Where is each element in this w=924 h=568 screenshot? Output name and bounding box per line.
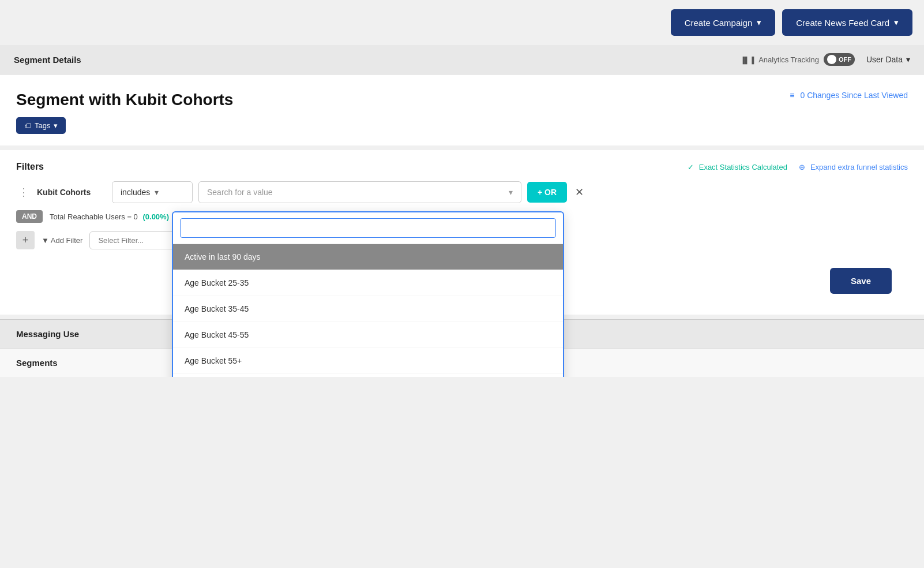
create-news-feed-card-chevron-icon: ▾ [894,17,899,28]
filters-header: Filters Exact Statistics Calculated Expa… [16,162,908,172]
segment-header-bar: Segment Details Analytics Tracking OFF U… [0,45,924,74]
main-content: 0 Changes Since Last Viewed Segment with… [0,74,924,145]
or-button[interactable]: + OR [527,182,567,203]
dropdown-item[interactable]: Age Bucket 55+ [173,348,563,374]
reachable-count-label: Total Reachable Users = 0 [50,212,138,221]
dropdown-search-area [173,212,563,244]
tags-label: Tags [35,121,50,130]
analytics-label: Analytics Tracking [758,55,819,64]
header-right: Analytics Tracking OFF User Data ▾ [741,53,910,66]
value-dropdown: Active in last 90 daysAge Bucket 25-35Ag… [172,211,564,377]
analytics-icon [741,54,754,65]
filters-section: Filters Exact Statistics Calculated Expa… [0,145,924,315]
expand-funnel[interactable]: Expand extra funnel statistics [799,163,908,171]
dropdown-search-input[interactable] [180,218,556,238]
dropdown-list: Active in last 90 daysAge Bucket 25-35Ag… [173,244,563,377]
user-data-chevron-icon: ▾ [906,55,910,64]
tag-icon [24,121,31,130]
create-news-feed-card-button[interactable]: Create News Feed Card ▾ [782,9,912,36]
create-campaign-label: Create Campaign [685,18,753,28]
includes-label: includes [121,188,150,197]
segment-details-title: Segment Details [14,55,81,65]
includes-chevron-icon: ▾ [155,188,159,197]
search-chevron-icon: ▾ [509,188,513,197]
toggle-circle [827,55,836,64]
messaging-use-title: Messaging Use [16,329,79,339]
dropdown-item[interactable]: Age Bucket 35-45 [173,296,563,322]
save-button[interactable]: Save [830,268,892,294]
exact-stats-label: Exact Statistics Calculated [699,163,787,171]
segments-title: Segments [16,358,58,368]
expand-funnel-label: Expand extra funnel statistics [810,163,908,171]
add-filter-icon-button[interactable]: + [16,231,35,249]
reachable-percent: (0.00%) [142,212,169,221]
filters-title: Filters [16,162,44,172]
expand-funnel-icon [799,163,807,171]
list-icon [790,91,797,100]
includes-select[interactable]: includes ▾ [112,181,193,203]
user-data-button[interactable]: User Data ▾ [866,55,910,64]
exact-stats: Exact Statistics Calculated [688,163,787,171]
segment-title: Segment with Kubit Cohorts [16,91,908,109]
drag-handle-icon[interactable]: ⋮ [16,181,31,203]
tags-button[interactable]: Tags ▾ [16,117,66,134]
toggle-label: OFF [839,56,851,63]
reachable-text: Total Reachable Users = 0 (0.00%) [50,212,169,221]
filter-label: Kubit Cohorts [37,188,106,197]
create-campaign-button[interactable]: Create Campaign ▾ [671,9,776,36]
create-campaign-chevron-icon: ▾ [757,17,761,28]
analytics-tracking-area: Analytics Tracking OFF [741,53,855,66]
dropdown-item[interactable]: Active in last 90 days [173,244,563,270]
remove-filter-button[interactable]: ✕ [573,184,586,201]
create-news-feed-card-label: Create News Feed Card [796,18,889,28]
add-filter-text: ▼ Add Filter [42,236,82,245]
check-icon [688,163,696,171]
dropdown-item[interactable]: Age Bucket 25-35 [173,270,563,296]
changes-count-label: 0 Changes Since Last Viewed [800,91,908,100]
changes-link[interactable]: 0 Changes Since Last Viewed [790,91,908,100]
search-value-input[interactable]: Search for a value ▾ [198,181,521,203]
dropdown-item[interactable]: Frequent Singers [173,374,563,377]
analytics-toggle[interactable]: OFF [824,53,855,66]
tags-chevron-icon: ▾ [54,121,58,130]
or-label: + OR [538,188,557,197]
dropdown-item[interactable]: Age Bucket 45-55 [173,322,563,348]
filter-row: ⋮ Kubit Cohorts includes ▾ Search for a … [16,181,908,203]
top-bar: Create Campaign ▾ Create News Feed Card … [0,0,924,45]
user-data-label: User Data [866,55,903,64]
and-badge: AND [16,210,43,223]
filters-right: Exact Statistics Calculated Expand extra… [688,163,908,171]
search-value-placeholder: Search for a value [207,188,273,197]
add-filter-label: ▼ Add Filter [42,236,82,245]
